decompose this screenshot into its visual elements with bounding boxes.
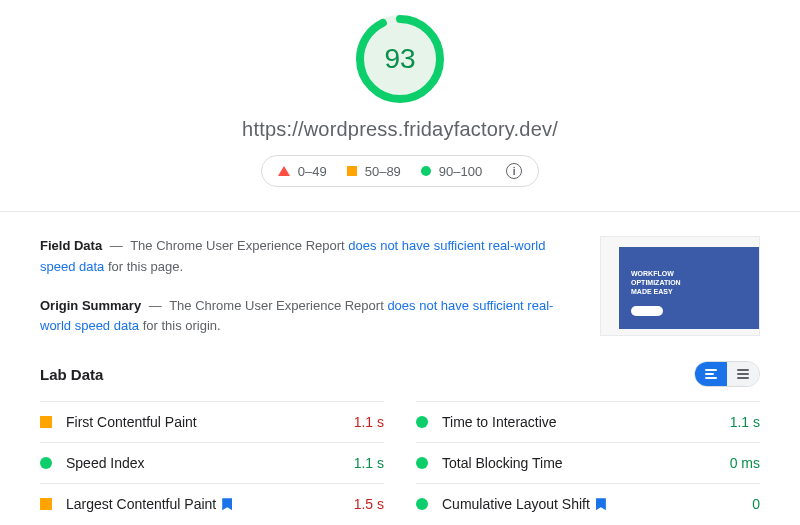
score-value: 93 [355, 14, 445, 104]
origin-summary-suffix: for this origin. [143, 318, 221, 333]
legend-mid: 50–89 [347, 164, 401, 179]
thumb-line: OPTIMIZATION [631, 278, 749, 287]
legend-mid-label: 50–89 [365, 164, 401, 179]
thumb-line: WORKFLOW [631, 269, 749, 278]
circle-green-icon [40, 457, 52, 469]
field-data-label: Field Data [40, 238, 102, 253]
field-data-prefix: The Chrome User Experience Report [130, 238, 345, 253]
metric-row[interactable]: Cumulative Layout Shift0 [416, 483, 760, 524]
metric-row[interactable]: First Contentful Paint1.1 s [40, 401, 384, 442]
origin-summary-label: Origin Summary [40, 298, 141, 313]
info-icon[interactable]: i [506, 163, 522, 179]
legend-good-label: 90–100 [439, 164, 482, 179]
metric-row[interactable]: Speed Index1.1 s [40, 442, 384, 483]
score-gauge: 93 [355, 14, 445, 104]
page-thumbnail: WORKFLOW OPTIMIZATION MADE EASY [600, 236, 760, 336]
metric-row[interactable]: Largest Contentful Paint1.5 s [40, 483, 384, 524]
metric-name: Speed Index [66, 455, 354, 471]
metric-value: 1.1 s [730, 414, 760, 430]
bookmark-icon [222, 498, 232, 510]
metric-value: 0 [752, 496, 760, 512]
metric-name: Time to Interactive [442, 414, 730, 430]
view-toggle-detailed[interactable] [695, 362, 727, 386]
thumb-line: MADE EASY [631, 287, 749, 296]
square-orange-icon [40, 498, 52, 510]
metric-value: 1.5 s [354, 496, 384, 512]
metric-name: First Contentful Paint [66, 414, 354, 430]
metric-name: Total Blocking Time [442, 455, 730, 471]
circle-green-icon [421, 166, 431, 176]
metric-value: 1.1 s [354, 414, 384, 430]
square-orange-icon [347, 166, 357, 176]
bookmark-icon [596, 498, 606, 510]
origin-summary-prefix: The Chrome User Experience Report [169, 298, 384, 313]
metric-value: 1.1 s [354, 455, 384, 471]
circle-green-icon [416, 498, 428, 510]
metric-name: Cumulative Layout Shift [442, 496, 752, 512]
legend-good: 90–100 [421, 164, 482, 179]
legend-poor: 0–49 [278, 164, 327, 179]
circle-green-icon [416, 416, 428, 428]
score-legend: 0–49 50–89 90–100 i [261, 155, 539, 187]
lab-data-heading: Lab Data [40, 366, 103, 383]
field-data-paragraph: Field Data — The Chrome User Experience … [40, 236, 576, 278]
triangle-red-icon [278, 166, 290, 176]
origin-summary-paragraph: Origin Summary — The Chrome User Experie… [40, 296, 576, 338]
metric-value: 0 ms [730, 455, 760, 471]
square-orange-icon [40, 416, 52, 428]
tested-url: https://wordpress.fridayfactory.dev/ [242, 118, 558, 141]
circle-green-icon [416, 457, 428, 469]
metric-row[interactable]: Time to Interactive1.1 s [416, 401, 760, 442]
field-data-suffix: for this page. [108, 259, 183, 274]
view-toggle-simple[interactable] [727, 362, 759, 386]
legend-poor-label: 0–49 [298, 164, 327, 179]
metric-row[interactable]: Total Blocking Time0 ms [416, 442, 760, 483]
view-toggle[interactable] [694, 361, 760, 387]
metric-name: Largest Contentful Paint [66, 496, 354, 512]
